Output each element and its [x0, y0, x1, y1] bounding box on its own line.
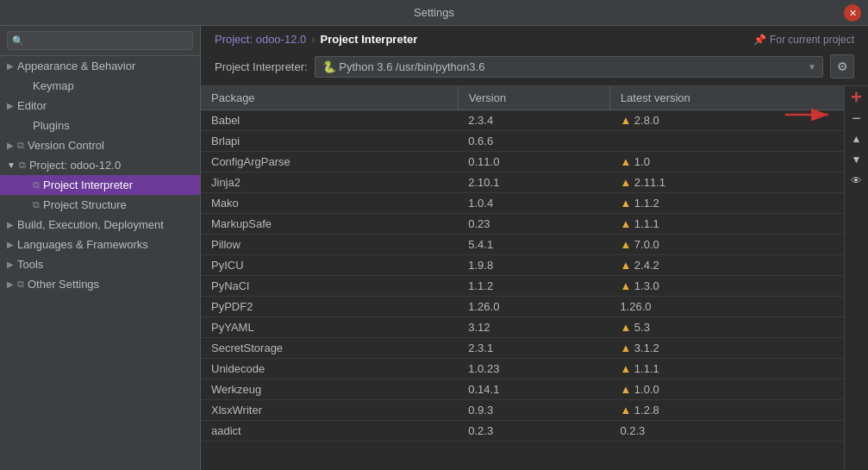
upgrade-arrow: ▲	[620, 197, 631, 210]
scroll-up-button[interactable]: ▲	[847, 129, 866, 148]
pin-icon: 📌	[753, 34, 766, 46]
sidebar-item-label: Editor	[17, 99, 47, 112]
upgrade-arrow: ▲	[620, 114, 631, 127]
package-latest	[609, 131, 844, 152]
eye-button[interactable]: 👁	[847, 171, 866, 190]
sidebar-item-editor[interactable]: ▶Editor	[0, 96, 200, 116]
table-row[interactable]: MarkupSafe0.23▲ 1.1.1	[201, 214, 844, 235]
table-row[interactable]: SecretStorage2.3.1▲ 3.1.2	[201, 338, 844, 359]
sidebar-item-appearance[interactable]: ▶Appearance & Behavior	[0, 56, 200, 76]
add-package-button[interactable]: +	[847, 88, 866, 107]
sidebar-item-languages-frameworks[interactable]: ▶Languages & Frameworks	[0, 235, 200, 254]
upgrade-arrow: ▲	[620, 238, 631, 251]
package-version: 1.1.2	[458, 276, 609, 297]
title-bar: Settings ✕	[0, 0, 868, 26]
sidebar-item-label: Version Control	[28, 139, 104, 152]
upgrade-arrow: ▲	[620, 217, 631, 230]
package-version: 0.11.0	[458, 152, 609, 172]
sidebar-item-tools[interactable]: ▶Tools	[0, 254, 200, 274]
sidebar: 🔍 ▶Appearance & BehaviorKeymap▶EditorPlu…	[0, 26, 201, 470]
package-name: Unidecode	[201, 359, 458, 379]
interpreter-row: Project Interpreter: 🐍 Python 3.6 /usr/b…	[201, 49, 868, 86]
table-row[interactable]: Babel2.3.4▲ 2.8.0	[201, 110, 844, 131]
search-icon: 🔍	[12, 35, 24, 47]
package-name: aadict	[201, 421, 458, 442]
package-latest: ▲ 1.2.8	[609, 400, 844, 421]
package-latest: ▲ 1.3.0	[609, 276, 844, 297]
table-header: Package Version Latest version	[201, 86, 844, 110]
package-version: 0.14.1	[458, 379, 609, 400]
sidebar-item-project-odoo[interactable]: ▼⧉Project: odoo-12.0	[0, 155, 200, 175]
table-row[interactable]: Unidecode1.0.23▲ 1.1.1	[201, 359, 844, 379]
sidebar-item-label: Keymap	[33, 79, 74, 92]
table-row[interactable]: Werkzeug0.14.1▲ 1.0.0	[201, 379, 844, 400]
packages-table: Package Version Latest version Babel2.3.…	[201, 86, 844, 442]
table-container[interactable]: Package Version Latest version Babel2.3.…	[201, 86, 844, 470]
breadcrumb-project: Project: odoo-12.0	[215, 33, 306, 46]
sidebar-item-label: Appearance & Behavior	[17, 60, 135, 72]
copy-icon: ⧉	[17, 140, 24, 151]
package-latest: ▲ 1.1.2	[609, 193, 844, 214]
sidebar-item-label: Tools	[17, 258, 43, 271]
sidebar-item-other-settings[interactable]: ▶⧉Other Settings	[0, 274, 200, 294]
table-row[interactable]: Brlapi0.6.6	[201, 131, 844, 152]
interpreter-settings-button[interactable]: ⚙	[830, 54, 854, 78]
package-name: PyPDF2	[201, 297, 458, 317]
package-version: 0.2.3	[458, 421, 609, 442]
sidebar-item-project-structure[interactable]: ⧉Project Structure	[0, 195, 200, 215]
table-row[interactable]: Mako1.0.4▲ 1.1.2	[201, 193, 844, 214]
sidebar-item-project-interpreter[interactable]: ⧉Project Interpreter	[0, 175, 200, 195]
upgrade-arrow: ▲	[620, 342, 631, 354]
package-latest: 1.26.0	[609, 297, 844, 317]
copy-icon: ⧉	[33, 179, 40, 191]
table-row[interactable]: ConfigArgParse0.11.0▲ 1.0	[201, 152, 844, 172]
table-row[interactable]: PyNaCl1.1.2▲ 1.3.0	[201, 276, 844, 297]
interpreter-select[interactable]: 🐍 Python 3.6 /usr/bin/python3.6	[315, 56, 823, 78]
scroll-down-button[interactable]: ▼	[847, 150, 866, 169]
chevron-icon: ▶	[7, 141, 14, 150]
package-version: 1.0.23	[458, 359, 609, 379]
close-button[interactable]: ✕	[844, 4, 861, 22]
sidebar-item-plugins[interactable]: Plugins	[0, 116, 200, 135]
search-box: 🔍	[0, 26, 200, 56]
package-latest: ▲ 3.1.2	[609, 338, 844, 359]
table-row[interactable]: Pillow5.4.1▲ 7.0.0	[201, 235, 844, 255]
sidebar-item-label: Other Settings	[28, 278, 99, 291]
package-version: 0.9.3	[458, 400, 609, 421]
table-row[interactable]: PyICU1.9.8▲ 2.4.2	[201, 255, 844, 276]
chevron-icon: ▶	[7, 61, 14, 71]
package-latest: ▲ 2.11.1	[609, 172, 844, 193]
package-version: 1.26.0	[458, 297, 609, 317]
upgrade-arrow: ▲	[620, 321, 631, 334]
sidebar-item-label: Build, Execution, Deployment	[17, 218, 164, 231]
package-name: SecretStorage	[201, 338, 458, 359]
package-version: 0.23	[458, 214, 609, 235]
package-version: 2.10.1	[458, 172, 609, 193]
interpreter-label: Project Interpreter:	[215, 60, 308, 73]
table-row[interactable]: Jinja22.10.1▲ 2.11.1	[201, 172, 844, 193]
package-name: Brlapi	[201, 131, 458, 152]
package-latest: ▲ 1.1.1	[609, 359, 844, 379]
chevron-icon: ▶	[7, 101, 14, 110]
search-input[interactable]	[7, 31, 193, 50]
table-row[interactable]: aadict0.2.30.2.3	[201, 421, 844, 442]
table-row[interactable]: PyPDF21.26.01.26.0	[201, 297, 844, 317]
table-row[interactable]: XlsxWriter0.9.3▲ 1.2.8	[201, 400, 844, 421]
package-latest: ▲ 7.0.0	[609, 235, 844, 255]
chevron-icon: ▶	[7, 260, 14, 269]
package-version: 1.0.4	[458, 193, 609, 214]
remove-package-button[interactable]: −	[847, 109, 866, 128]
sidebar-item-build-execution[interactable]: ▶Build, Execution, Deployment	[0, 215, 200, 235]
copy-icon: ⧉	[17, 279, 24, 290]
sidebar-item-keymap[interactable]: Keymap	[0, 76, 200, 96]
sidebar-item-version-control[interactable]: ▶⧉Version Control	[0, 135, 200, 155]
main-layout: 🔍 ▶Appearance & BehaviorKeymap▶EditorPlu…	[0, 26, 868, 470]
table-row[interactable]: PyYAML3.12▲ 5.3	[201, 317, 844, 338]
package-version: 2.3.1	[458, 338, 609, 359]
package-latest: ▲ 1.1.1	[609, 214, 844, 235]
packages-tbody: Babel2.3.4▲ 2.8.0Brlapi0.6.6ConfigArgPar…	[201, 110, 844, 442]
package-version: 1.9.8	[458, 255, 609, 276]
package-latest: ▲ 2.8.0	[609, 110, 844, 131]
breadcrumb-separator: ›	[311, 33, 315, 46]
sidebar-items-container: ▶Appearance & BehaviorKeymap▶EditorPlugi…	[0, 56, 200, 294]
